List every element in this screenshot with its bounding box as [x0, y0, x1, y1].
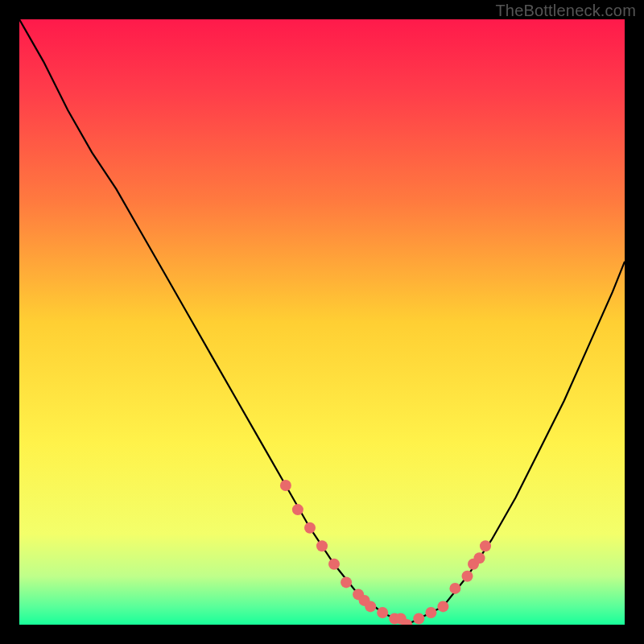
highlight-point — [425, 607, 436, 618]
highlight-point — [365, 601, 376, 612]
highlight-point — [480, 540, 491, 551]
highlight-point — [316, 540, 328, 551]
highlight-point — [341, 576, 352, 588]
highlight-point — [328, 559, 340, 570]
highlight-point — [474, 552, 485, 564]
highlight-point — [449, 583, 460, 594]
plot-area — [19, 19, 625, 625]
chart-svg — [19, 19, 625, 625]
highlight-point — [413, 613, 424, 625]
highlight-point — [304, 522, 316, 534]
gradient-background — [19, 19, 625, 625]
highlight-point — [377, 607, 388, 618]
watermark-text: TheBottleneck.com — [495, 2, 636, 20]
highlight-point — [292, 504, 303, 515]
highlight-point — [280, 480, 291, 491]
chart-frame: TheBottleneck.com — [0, 0, 644, 644]
highlight-point — [462, 571, 473, 582]
highlight-point — [437, 601, 448, 612]
